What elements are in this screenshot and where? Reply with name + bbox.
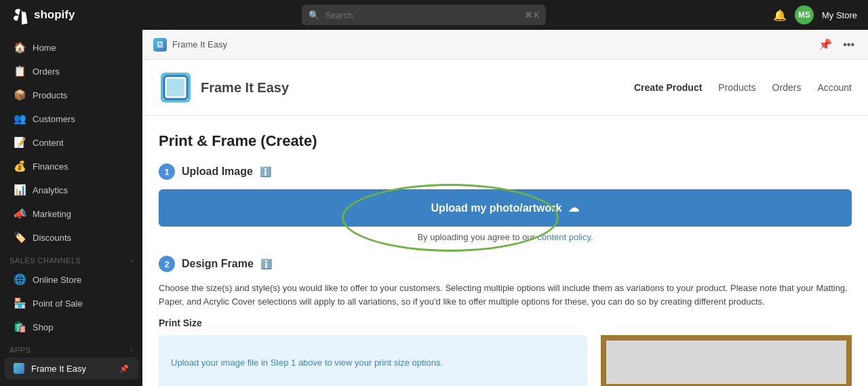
sidebar-item-analytics[interactable]: 📊 Analytics [4, 178, 138, 201]
upload-note: By uploading you agree to our content po… [159, 232, 852, 242]
online-store-icon: 🌐 [14, 273, 26, 286]
nav-account[interactable]: Account [817, 82, 852, 93]
step2-header: 2 Design Frame ℹ️ [159, 256, 852, 272]
step2-info-icon[interactable]: ℹ️ [260, 258, 272, 269]
sidebar-item-discounts[interactable]: 🏷️ Discounts [4, 226, 138, 249]
customers-icon: 👥 [14, 113, 26, 125]
nav-orders[interactable]: Orders [772, 82, 802, 93]
sidebar: 🏠 Home 📋 Orders 📦 Products 👥 Customers 📝… [0, 30, 142, 386]
search-bar[interactable]: 🔍 ⌘ K [302, 5, 546, 25]
step1-header: 1 Upload Image ℹ️ [159, 163, 852, 180]
sidebar-item-finances-label: Finances [33, 161, 68, 172]
apps-label: Apps [9, 346, 31, 354]
shopify-logo: shopify [11, 5, 75, 24]
sidebar-item-content[interactable]: 📝 Content [4, 131, 138, 154]
step2-number: 2 [159, 256, 175, 272]
sidebar-item-products[interactable]: 📦 Products [4, 83, 138, 107]
sidebar-item-frame-it-easy-label: Frame It Easy [31, 364, 86, 374]
app-logo-text: Frame It Easy [201, 80, 289, 96]
upload-button-label: Upload my photo/artwork [431, 202, 562, 214]
app-header: Frame It Easy Create Product Products Or… [142, 60, 868, 116]
app-frame: Frame It Easy Create Product Products Or… [142, 60, 868, 386]
step1-info-icon[interactable]: ℹ️ [260, 166, 271, 177]
svg-rect-1 [167, 79, 184, 96]
analytics-icon: 📊 [14, 184, 26, 196]
sidebar-item-shop-label: Shop [33, 322, 53, 332]
shopify-text: shopify [34, 8, 75, 22]
notification-bell-icon[interactable]: 🔔 [773, 9, 787, 22]
frame-inner [606, 341, 846, 384]
sidebar-item-orders-label: Orders [33, 66, 60, 77]
sidebar-item-marketing[interactable]: 📣 Marketing [4, 202, 138, 225]
sidebar-item-home[interactable]: 🏠 Home [4, 36, 138, 59]
app-logo-area: Frame It Easy [159, 71, 289, 104]
orders-icon: 📋 [14, 65, 26, 77]
sidebar-item-point-of-sale-label: Point of Sale [33, 298, 83, 309]
pin-icon[interactable]: 📌 [119, 364, 129, 373]
sales-channels-section: Sales channels › [0, 250, 142, 267]
sidebar-item-point-of-sale[interactable]: 🏪 Point of Sale [4, 292, 138, 315]
sidebar-item-finances[interactable]: 💰 Finances [4, 155, 138, 178]
app-nav: Create Product Products Orders Account [634, 82, 852, 93]
content-area: 🖼 Frame It Easy 📌 ••• [142, 30, 868, 386]
breadcrumb-app-icon: 🖼 [153, 38, 167, 52]
finances-icon: 💰 [14, 160, 26, 172]
sidebar-item-shop[interactable]: 🛍️ Shop [4, 315, 138, 339]
print-size-hint: Upload your image file in Step 1 above t… [159, 335, 587, 386]
sidebar-item-online-store-label: Online Store [33, 275, 81, 285]
topbar: shopify 🔍 ⌘ K 🔔 MS My Store [0, 0, 868, 30]
search-input[interactable] [325, 10, 519, 20]
expand-icon[interactable]: › [130, 257, 133, 265]
main-layout: 🏠 Home 📋 Orders 📦 Products 👥 Customers 📝… [0, 30, 868, 386]
products-icon: 📦 [14, 89, 26, 101]
sidebar-item-home-label: Home [33, 43, 56, 53]
sidebar-item-content-label: Content [33, 138, 64, 148]
apps-section: Apps › [0, 339, 142, 357]
print-size-label: Print Size [159, 317, 852, 328]
topbar-right: 🔔 MS My Store [773, 5, 857, 24]
sidebar-item-products-label: Products [33, 90, 67, 100]
breadcrumb-app-name: Frame It Easy [172, 39, 227, 50]
sidebar-item-analytics-label: Analytics [33, 185, 68, 195]
breadcrumb-bar: 🖼 Frame It Easy 📌 ••• [142, 30, 868, 60]
sidebar-item-orders[interactable]: 📋 Orders [4, 60, 138, 83]
shop-icon: 🛍️ [14, 321, 26, 333]
shopify-icon [11, 5, 30, 24]
page-title: Print & Frame (Create) [159, 132, 852, 150]
home-icon: 🏠 [14, 41, 26, 54]
nav-create-product[interactable]: Create Product [634, 82, 702, 93]
sidebar-item-marketing-label: Marketing [33, 209, 71, 219]
content-icon: 📝 [14, 136, 26, 149]
nav-products[interactable]: Products [718, 82, 755, 93]
step1-number: 1 [159, 163, 175, 180]
design-frame-description: Choose the size(s) and style(s) you woul… [159, 282, 852, 308]
step2-section: 2 Design Frame ℹ️ Choose the size(s) and… [159, 256, 852, 386]
sidebar-item-customers-label: Customers [33, 114, 75, 124]
print-size-area: Upload your image file in Step 1 above t… [159, 335, 852, 386]
frame-it-easy-icon [14, 363, 24, 374]
upload-section: Upload my photo/artwork ☁ By uploading y… [159, 189, 852, 242]
discounts-icon: 🏷️ [14, 231, 26, 244]
breadcrumb-actions: 📌 ••• [816, 35, 857, 54]
marketing-icon: 📣 [14, 208, 26, 220]
step1-title: Upload Image [182, 166, 253, 178]
app-logo-svg [159, 71, 193, 104]
sidebar-item-frame-it-easy[interactable]: Frame It Easy 📌 [4, 358, 138, 379]
pin-breadcrumb-button[interactable]: 📌 [816, 35, 835, 54]
sidebar-item-online-store[interactable]: 🌐 Online Store [4, 268, 138, 291]
upload-button[interactable]: Upload my photo/artwork ☁ [159, 189, 852, 227]
app-content: Print & Frame (Create) 1 Upload Image ℹ️… [142, 116, 868, 386]
breadcrumb: 🖼 Frame It Easy [153, 38, 227, 52]
sales-channels-label: Sales channels [9, 256, 81, 265]
frame-preview [601, 335, 852, 386]
point-of-sale-icon: 🏪 [14, 297, 26, 309]
content-policy-link[interactable]: content policy [537, 232, 591, 242]
upload-cloud-icon: ☁ [568, 201, 579, 214]
more-options-button[interactable]: ••• [840, 36, 857, 54]
step2-title: Design Frame [182, 258, 254, 270]
store-name: My Store [822, 10, 857, 20]
avatar[interactable]: MS [795, 5, 814, 24]
sidebar-item-customers[interactable]: 👥 Customers [4, 107, 138, 130]
keyboard-shortcut: ⌘ K [525, 11, 539, 20]
apps-expand-icon[interactable]: › [130, 347, 133, 354]
